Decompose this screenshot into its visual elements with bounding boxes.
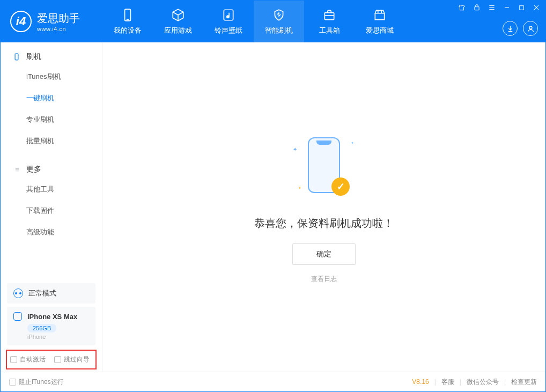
section-flash: 刷机 xyxy=(1,52,102,66)
ok-button[interactable]: 确定 xyxy=(292,243,356,265)
music-icon xyxy=(221,8,236,23)
tab-label: 铃声壁纸 xyxy=(215,26,242,35)
minimize-icon[interactable] xyxy=(503,4,511,11)
app-subtitle: www.i4.cn xyxy=(37,26,80,32)
svg-point-18 xyxy=(529,26,532,29)
sparkle-icon: ✦ xyxy=(351,141,354,145)
phone-icon xyxy=(12,53,21,61)
checkbox-auto-activate[interactable]: 自动激活 xyxy=(10,355,46,364)
logo-icon: i4 xyxy=(10,11,32,32)
success-message: 恭喜您，保资料刷机成功啦！ xyxy=(254,216,394,231)
sidebar-item-oneclick-flash[interactable]: 一键刷机 xyxy=(1,87,102,109)
success-illustration: ✦ ✦ ✦ ✓ xyxy=(286,130,361,200)
nav-tabs: 我的设备 应用游戏 铃声壁纸 智能刷机 工具箱 爱思商城 xyxy=(102,1,405,42)
cube-icon xyxy=(171,8,186,23)
svg-rect-0 xyxy=(125,9,131,21)
footer-link-support[interactable]: 客服 xyxy=(441,378,454,387)
sidebar-item-itunes-flash[interactable]: iTunes刷机 xyxy=(1,66,102,87)
sparkle-icon: ✦ xyxy=(298,186,301,190)
version-label: V8.16 xyxy=(412,378,429,386)
toolbox-icon xyxy=(322,8,337,23)
view-log-link[interactable]: 查看日志 xyxy=(311,275,337,284)
footer-link-wechat[interactable]: 微信公众号 xyxy=(467,378,499,387)
main-content: ✦ ✦ ✦ ✓ 恭喜您，保资料刷机成功啦！ 确定 查看日志 xyxy=(102,42,545,372)
device-name: iPhone XS Max xyxy=(27,313,77,321)
footer-link-update[interactable]: 检查更新 xyxy=(511,378,537,387)
sidebar-item-download-firmware[interactable]: 下载固件 xyxy=(1,200,102,221)
sidebar: 刷机 iTunes刷机 一键刷机 专业刷机 批量刷机 ≡ 更多 其他工具 下载固… xyxy=(1,42,102,372)
device-capacity: 256GB xyxy=(27,324,56,332)
download-button[interactable] xyxy=(503,21,518,36)
logo[interactable]: i4 爱思助手 www.i4.cn xyxy=(1,1,102,42)
svg-rect-19 xyxy=(15,54,18,60)
body: 刷机 iTunes刷机 一键刷机 专业刷机 批量刷机 ≡ 更多 其他工具 下载固… xyxy=(1,42,545,372)
highlighted-checkboxes: 自动激活 跳过向导 xyxy=(6,350,97,369)
mode-card[interactable]: 正常模式 xyxy=(7,283,95,304)
maximize-icon[interactable] xyxy=(518,4,525,11)
tab-ringtone-wallpaper[interactable]: 铃声壁纸 xyxy=(203,1,254,42)
header: i4 爱思助手 www.i4.cn 我的设备 应用游戏 铃声壁纸 智能刷机 工具… xyxy=(1,1,545,42)
user-button[interactable] xyxy=(523,21,538,36)
tab-toolbox[interactable]: 工具箱 xyxy=(304,1,355,42)
sidebar-item-pro-flash[interactable]: 专业刷机 xyxy=(1,109,102,130)
checkbox-block-itunes[interactable]: 阻止iTunes运行 xyxy=(9,378,64,387)
sidebar-item-advanced[interactable]: 高级功能 xyxy=(1,221,102,243)
check-badge-icon: ✓ xyxy=(331,177,350,196)
device-small-icon xyxy=(13,312,22,321)
section-more: ≡ 更多 xyxy=(1,165,102,179)
svg-rect-14 xyxy=(520,5,524,10)
lock-icon[interactable] xyxy=(473,4,481,11)
tab-label: 我的设备 xyxy=(114,26,142,35)
window-controls xyxy=(458,4,540,11)
svg-rect-9 xyxy=(475,7,479,10)
svg-rect-3 xyxy=(224,10,233,20)
sidebar-item-other-tools[interactable]: 其他工具 xyxy=(1,179,102,200)
mode-label: 正常模式 xyxy=(28,289,56,298)
shield-icon xyxy=(271,8,286,23)
svg-point-4 xyxy=(227,16,229,18)
sidebar-item-batch-flash[interactable]: 批量刷机 xyxy=(1,130,102,152)
app-title: 爱思助手 xyxy=(37,11,80,26)
tab-store[interactable]: 爱思商城 xyxy=(355,1,405,42)
device-icon xyxy=(120,8,135,23)
menu-icon[interactable] xyxy=(488,4,496,11)
close-icon[interactable] xyxy=(533,4,540,11)
tab-label: 应用游戏 xyxy=(164,26,192,35)
device-type: iPhone xyxy=(27,334,89,340)
footer: 阻止iTunes运行 V8.16 | 客服 | 微信公众号 | 检查更新 xyxy=(1,372,545,391)
tab-label: 爱思商城 xyxy=(366,26,394,35)
tab-label: 智能刷机 xyxy=(265,26,293,35)
tab-my-device[interactable]: 我的设备 xyxy=(102,1,153,42)
header-badges xyxy=(503,21,538,36)
checkbox-skip-guide[interactable]: 跳过向导 xyxy=(54,355,90,364)
mode-icon xyxy=(13,289,23,298)
shirt-icon[interactable] xyxy=(458,4,466,11)
tab-label: 工具箱 xyxy=(319,26,340,35)
store-icon xyxy=(372,8,387,23)
device-card[interactable]: iPhone XS Max 256GB iPhone xyxy=(7,307,95,345)
svg-rect-5 xyxy=(324,13,334,20)
tab-apps-games[interactable]: 应用游戏 xyxy=(153,1,203,42)
more-icon: ≡ xyxy=(12,165,21,174)
tab-smart-flash[interactable]: 智能刷机 xyxy=(254,1,304,42)
sparkle-icon: ✦ xyxy=(293,146,297,152)
